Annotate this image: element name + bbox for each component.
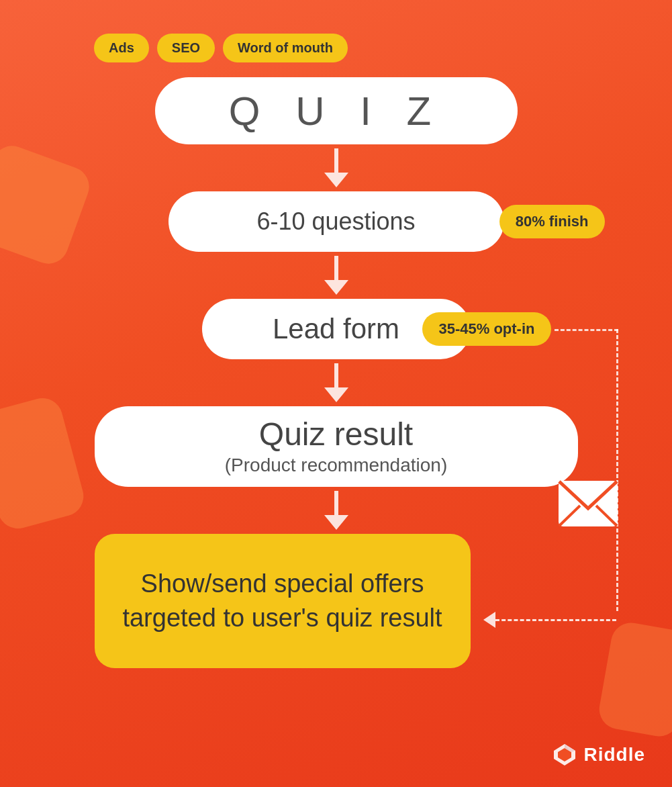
questions-row: 6-10 questions 80% finish — [68, 191, 605, 252]
arrow-left-head — [483, 612, 495, 628]
arrow-head-4 — [324, 515, 348, 530]
arrow-shaft-3 — [334, 363, 338, 387]
quiz-label: Q U I Z — [229, 88, 443, 134]
tag-seo: SEO — [157, 34, 215, 62]
opt-in-badge: 35-45% opt-in — [422, 312, 550, 346]
arrow-head-2 — [324, 280, 348, 295]
arrow-down-4 — [324, 491, 348, 530]
arrow-head-1 — [324, 173, 348, 187]
special-offers-label: Show/send special offers targeted to use… — [122, 567, 444, 636]
quiz-box: Q U I Z — [155, 77, 518, 144]
lead-form-label: Lead form — [273, 313, 399, 345]
special-offers-box: Show/send special offers targeted to use… — [95, 534, 471, 668]
questions-box: 6-10 questions — [169, 191, 504, 252]
quiz-result-box: Quiz result (Product recommendation) — [95, 406, 578, 487]
riddle-gem-icon — [553, 743, 577, 767]
flow-diagram: Q U I Z 6-10 questions 80% finish Lead f… — [13, 77, 659, 668]
tag-ads: Ads — [94, 34, 149, 62]
riddle-branding: Riddle — [553, 743, 645, 767]
quiz-result-subtext: (Product recommendation) — [225, 455, 447, 476]
tags-row: Ads SEO Word of mouth — [94, 34, 348, 62]
dashed-line-to-mail — [495, 619, 616, 621]
questions-label: 6-10 questions — [256, 207, 415, 236]
arrow-down-3 — [324, 363, 348, 402]
arrow-down-1 — [324, 148, 348, 187]
arrow-left-connector — [483, 612, 616, 628]
main-content: Ads SEO Word of mouth Q U I Z 6-10 quest… — [0, 0, 672, 688]
dashed-line-horizontal — [555, 329, 618, 331]
mail-icon-area — [558, 480, 618, 530]
tag-word-of-mouth: Word of mouth — [223, 34, 348, 62]
finish-badge: 80% finish — [499, 205, 605, 238]
quiz-result-label: Quiz result — [259, 417, 413, 453]
arrow-shaft-2 — [334, 256, 338, 280]
email-icon — [558, 480, 618, 527]
riddle-name: Riddle — [583, 744, 645, 766]
arrow-head-3 — [324, 387, 348, 402]
arrow-shaft-4 — [334, 491, 338, 515]
arrow-shaft-1 — [334, 148, 338, 173]
arrow-down-2 — [324, 256, 348, 295]
